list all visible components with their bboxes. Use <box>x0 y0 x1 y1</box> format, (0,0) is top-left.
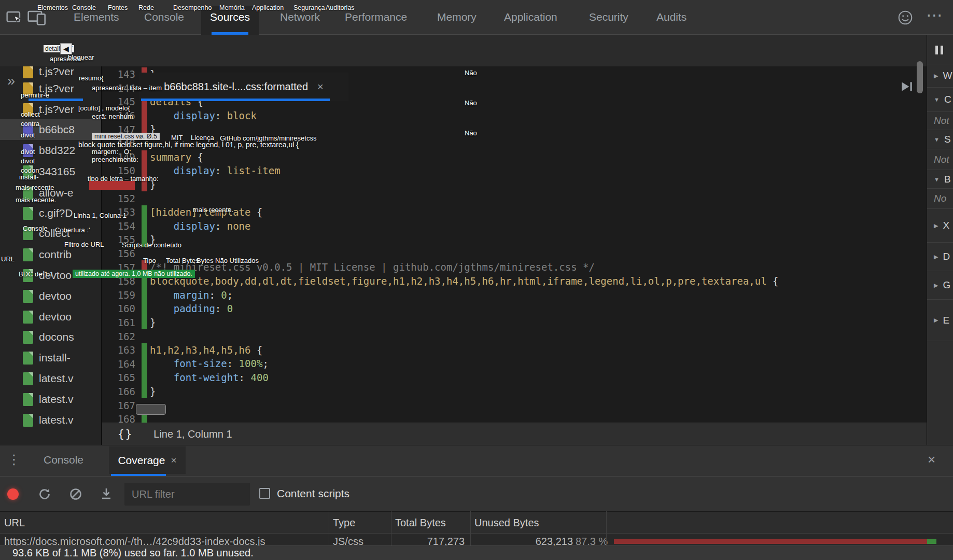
export-download-icon[interactable] <box>99 487 114 501</box>
close-drawer-icon[interactable]: × <box>928 452 935 468</box>
feedback-smiley-icon[interactable] <box>897 9 914 26</box>
column-header-url[interactable]: URL <box>4 512 25 534</box>
record-coverage-button[interactable] <box>7 488 19 500</box>
translated-tab-label: Desempenho <box>173 4 212 11</box>
chevron-right-icon[interactable]: ▶ <box>934 317 938 324</box>
chevron-right-icon[interactable]: ▶ <box>934 282 938 289</box>
reload-icon[interactable] <box>37 487 52 501</box>
tab-console[interactable]: Console <box>44 454 83 466</box>
editor-tab[interactable]: b66bc881.site-l....css:formatted × <box>139 73 348 101</box>
debugger-section-header[interactable]: ▼S <box>927 130 953 149</box>
content-scripts-checkbox[interactable] <box>259 488 270 499</box>
line-number[interactable]: 159 <box>102 289 142 301</box>
close-icon[interactable]: × <box>171 455 176 466</box>
debugger-section-note: No <box>927 189 953 209</box>
file-tree-item[interactable]: latest.v <box>0 389 102 410</box>
chevron-right-icon[interactable]: ▶ <box>934 254 938 260</box>
line-number[interactable]: 164 <box>102 358 142 370</box>
editor-vertical-scrollbar[interactable] <box>917 61 923 93</box>
file-name: latest.v <box>39 393 74 405</box>
file-tree-item[interactable]: 343165 <box>0 161 102 182</box>
line-number[interactable]: 162 <box>102 331 142 342</box>
line-number[interactable]: 154 <box>102 220 142 232</box>
column-divider <box>606 511 607 545</box>
panel-tab-network[interactable]: Network <box>280 11 320 23</box>
run-snippet-icon[interactable] <box>899 79 914 94</box>
translation-overlay: collect <box>21 110 40 118</box>
file-tree-item[interactable]: docons <box>0 327 102 347</box>
panel-tab-elements[interactable]: Elements <box>74 11 119 23</box>
editor-horizontal-scrollbar[interactable] <box>136 404 166 415</box>
file-name: docons <box>39 331 74 343</box>
line-number[interactable]: 168 <box>102 413 142 423</box>
column-header-total[interactable]: Total Bytes <box>395 512 446 534</box>
file-tree-item[interactable]: install- <box>0 347 102 368</box>
close-icon[interactable]: × <box>317 81 324 93</box>
chevron-down-icon[interactable]: ▼ <box>934 136 940 143</box>
line-number[interactable]: 160 <box>102 303 142 314</box>
code-text: summary { <box>150 150 203 164</box>
chevron-down-icon[interactable]: ▼ <box>934 96 940 103</box>
translation-overlay: mini reset.css vø. Ø.5 <box>92 133 160 140</box>
debugger-section-header[interactable]: ▶W <box>927 64 953 88</box>
debugger-section-header[interactable]: ▶D <box>927 243 953 271</box>
line-number[interactable]: 161 <box>102 317 142 328</box>
expand-navigator-tabs-icon[interactable]: » <box>7 73 15 89</box>
section-title: D <box>943 251 950 262</box>
panel-tab-sources[interactable]: Sources <box>210 11 250 23</box>
translated-tab-label: Auditorias <box>326 4 355 11</box>
inspect-element-icon[interactable] <box>5 8 23 26</box>
code-line: 159 margin: 0; <box>102 288 915 302</box>
line-number[interactable]: 165 <box>102 372 142 383</box>
panel-tab-console[interactable]: Console <box>144 11 184 23</box>
file-tree-item[interactable]: devtoo <box>0 286 102 306</box>
chevron-right-icon[interactable]: ▶ <box>934 73 938 79</box>
debugger-sidebar: ▶W▼CNot▼SNot▼BNo▶X▶D▶G▶E <box>927 35 953 445</box>
pause-icon[interactable] <box>935 46 943 54</box>
url-filter-input[interactable] <box>124 483 250 506</box>
panel-tab-memory[interactable]: Memory <box>437 11 476 23</box>
chevron-right-icon[interactable]: ▶ <box>934 222 938 229</box>
file-icon <box>23 207 33 220</box>
coverage-gutter-bar <box>142 150 147 164</box>
line-number[interactable]: 156 <box>102 248 142 259</box>
line-number[interactable]: 166 <box>102 386 142 397</box>
device-toolbar-icon[interactable] <box>27 9 48 26</box>
panel-tab-security[interactable]: Security <box>589 11 628 23</box>
coverage-gutter-bar <box>142 191 147 205</box>
debugger-section-header[interactable]: ▼C <box>927 88 953 112</box>
file-tree-item[interactable]: devtoo <box>0 306 102 327</box>
file-icon <box>23 311 33 324</box>
line-number[interactable]: 152 <box>102 193 142 204</box>
file-name: t.js?ver <box>39 66 74 78</box>
panel-tab-application[interactable]: Application <box>504 11 557 23</box>
line-number[interactable]: 143 <box>102 68 142 80</box>
chevron-down-icon[interactable]: ▼ <box>934 176 940 183</box>
code-line: 151} <box>102 178 915 192</box>
drawer-menu-icon[interactable]: ⋮ <box>7 452 21 468</box>
debugger-section-header[interactable]: ▶E <box>927 300 953 341</box>
code-line: 164 font-size: 100%; <box>102 357 915 371</box>
content-scripts-label[interactable]: Content scripts <box>277 487 349 500</box>
file-tree-item[interactable]: b66bc8 <box>0 119 102 140</box>
pretty-print-icon[interactable]: {} <box>118 428 133 440</box>
debugger-section-header[interactable]: ▶X <box>927 209 953 243</box>
panel-tab-audits[interactable]: Audits <box>656 11 686 23</box>
code-editor[interactable]: 143}144145details {146 display: block147… <box>102 66 915 423</box>
translation-overlay: install- <box>19 173 39 181</box>
code-line: 162 <box>102 329 915 343</box>
file-icon <box>23 331 33 344</box>
more-options-icon[interactable]: ⋯ <box>926 5 944 25</box>
debugger-section-header[interactable]: ▶G <box>927 271 953 300</box>
clear-icon[interactable] <box>68 487 83 501</box>
file-tree-item[interactable]: latest.v <box>0 410 102 430</box>
debugger-section-header[interactable]: ▼B <box>927 170 953 189</box>
line-number[interactable]: 163 <box>102 344 142 356</box>
tab-coverage[interactable]: Coverage × <box>109 446 186 474</box>
translation-overlay: divot <box>21 131 35 139</box>
panel-tab-performance[interactable]: Performance <box>345 11 407 23</box>
file-tree-item[interactable]: latest.v <box>0 368 102 389</box>
column-header-type[interactable]: Type <box>333 512 355 534</box>
column-header-unused[interactable]: Unused Bytes <box>474 512 539 534</box>
code-text: } <box>150 385 156 399</box>
